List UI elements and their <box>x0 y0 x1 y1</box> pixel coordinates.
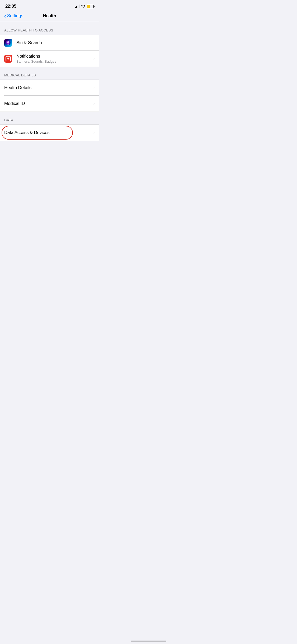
back-button[interactable]: ‹ Settings <box>4 13 23 19</box>
battery-icon <box>87 5 94 8</box>
data-access-devices-row[interactable]: Data Access & Devices › <box>0 125 99 141</box>
back-chevron-icon: ‹ <box>4 13 6 19</box>
status-icons <box>75 4 94 8</box>
data-header-text: DATA <box>4 118 13 122</box>
page-title: Health <box>43 13 56 19</box>
health-details-content: Health Details <box>4 85 93 90</box>
medical-id-title: Medical ID <box>4 101 93 106</box>
notifications-content: Notifications Banners, Sounds, Badges <box>16 54 93 63</box>
health-details-title: Health Details <box>4 85 93 90</box>
allow-access-section-header: ALLOW HEALTH TO ACCESS <box>0 22 99 35</box>
medical-id-row[interactable]: Medical ID › <box>0 96 99 112</box>
medical-id-chevron-icon: › <box>93 101 95 106</box>
data-access-title: Data Access & Devices <box>4 130 93 135</box>
medical-details-section-header: MEDICAL DETAILS <box>0 67 99 80</box>
nav-bar: ‹ Settings Health <box>0 11 99 22</box>
notifications-icon <box>4 55 12 63</box>
data-access-content: Data Access & Devices <box>4 130 93 135</box>
allow-access-header-text: ALLOW HEALTH TO ACCESS <box>4 28 53 32</box>
svg-point-0 <box>7 41 9 43</box>
allow-access-group: Siri & Search › Notifications Banners, S… <box>0 35 99 67</box>
medical-id-content: Medical ID <box>4 101 93 106</box>
data-group: Data Access & Devices › <box>0 125 99 141</box>
signal-icon <box>75 5 80 8</box>
siri-search-content: Siri & Search <box>16 40 93 45</box>
notifications-title: Notifications <box>16 54 93 59</box>
siri-search-title: Siri & Search <box>16 40 93 45</box>
siri-search-chevron-icon: › <box>93 40 95 45</box>
data-section-header: DATA <box>0 112 99 125</box>
wifi-icon <box>81 4 85 8</box>
status-bar: 22:05 <box>0 0 99 11</box>
health-details-chevron-icon: › <box>93 85 95 90</box>
medical-details-group: Health Details › Medical ID › <box>0 80 99 112</box>
svg-rect-2 <box>7 44 9 45</box>
health-details-row[interactable]: Health Details › <box>0 80 99 96</box>
data-access-chevron-icon: › <box>93 130 95 135</box>
notifications-subtitle: Banners, Sounds, Badges <box>16 59 93 63</box>
back-label: Settings <box>7 13 23 19</box>
status-time: 22:05 <box>5 4 16 9</box>
siri-search-row[interactable]: Siri & Search › <box>0 35 99 51</box>
siri-icon <box>4 39 12 47</box>
notifications-row[interactable]: Notifications Banners, Sounds, Badges › <box>0 51 99 67</box>
notifications-chevron-icon: › <box>93 56 95 61</box>
medical-details-header-text: MEDICAL DETAILS <box>4 73 36 77</box>
